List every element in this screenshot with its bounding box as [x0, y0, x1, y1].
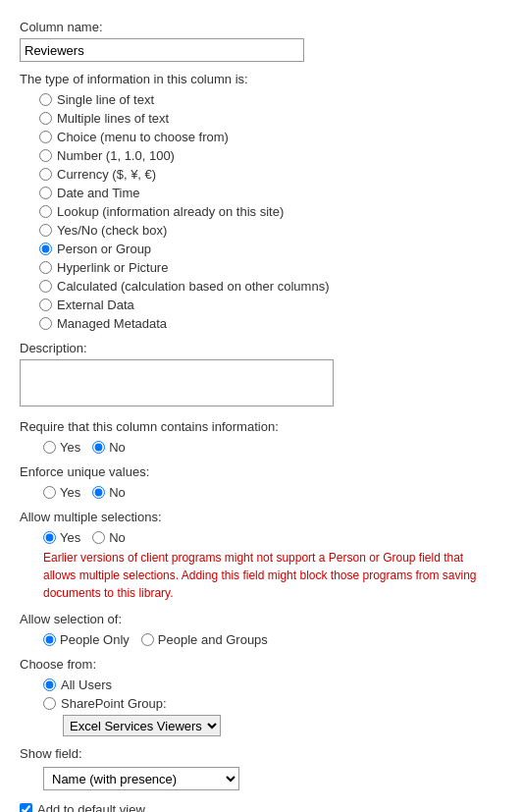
allow-selection-radio-group: People Only People and Groups: [20, 632, 503, 647]
show-field-dropdown[interactable]: Name (with presence)NameEmailDepartmentT…: [43, 767, 239, 790]
default-view-checkbox[interactable]: [20, 803, 32, 812]
enforce-no[interactable]: No: [92, 485, 126, 500]
type-label: The type of information in this column i…: [20, 72, 503, 86]
description-input[interactable]: [20, 359, 334, 406]
allow-selection-section: Allow selection of: People Only People a…: [20, 612, 503, 647]
enforce-unique-label: Enforce unique values:: [20, 464, 503, 479]
sharepoint-group-option[interactable]: SharePoint Group:: [43, 696, 503, 711]
type-option-multiple-lines[interactable]: Multiple lines of text: [39, 111, 503, 126]
type-option-yes-no[interactable]: Yes/No (check box): [39, 223, 503, 238]
type-radio-group: Single line of text Multiple lines of te…: [20, 92, 503, 331]
show-field-dropdown-container: Name (with presence)NameEmailDepartmentT…: [20, 767, 503, 790]
all-users-option[interactable]: All Users: [43, 677, 503, 692]
require-radio-group: Yes No: [20, 440, 503, 455]
type-section: The type of information in this column i…: [20, 72, 503, 331]
default-view-section: Add to default view: [20, 802, 503, 812]
description-section: Description:: [20, 341, 503, 409]
column-name-section: Column name:: [20, 20, 503, 62]
require-yes[interactable]: Yes: [43, 440, 80, 455]
type-option-lookup[interactable]: Lookup (information already on this site…: [39, 204, 503, 219]
sharepoint-group-dropdown[interactable]: Excel Services Viewers: [63, 715, 221, 736]
type-option-hyperlink[interactable]: Hyperlink or Picture: [39, 260, 503, 275]
multi-yes[interactable]: Yes: [43, 530, 80, 545]
multi-no[interactable]: No: [92, 530, 126, 545]
allow-multiple-label: Allow multiple selections:: [20, 510, 503, 524]
require-info-section: Require that this column contains inform…: [20, 419, 503, 455]
require-no[interactable]: No: [92, 440, 126, 455]
type-option-calculated[interactable]: Calculated (calculation based on other c…: [39, 279, 503, 294]
allow-selection-label: Allow selection of:: [20, 612, 503, 626]
allow-multiple-radio-group: Yes No: [20, 530, 503, 545]
choose-from-label: Choose from:: [20, 657, 503, 672]
type-option-single-line[interactable]: Single line of text: [39, 92, 503, 107]
type-option-person-group[interactable]: Person or Group: [39, 242, 503, 256]
people-and-groups[interactable]: People and Groups: [141, 632, 268, 647]
type-option-choice[interactable]: Choice (menu to choose from): [39, 130, 503, 144]
type-option-managed[interactable]: Managed Metadata: [39, 316, 503, 331]
enforce-unique-radio-group: Yes No: [20, 485, 503, 500]
allow-multiple-section: Allow multiple selections: Yes No Earlie…: [20, 510, 503, 602]
column-name-input[interactable]: [20, 38, 304, 62]
enforce-yes[interactable]: Yes: [43, 485, 80, 500]
enforce-unique-section: Enforce unique values: Yes No: [20, 464, 503, 500]
show-field-label: Show field:: [20, 746, 503, 761]
people-only[interactable]: People Only: [43, 632, 130, 647]
show-field-section: Show field: Name (with presence)NameEmai…: [20, 746, 503, 790]
default-view-checkbox-label[interactable]: Add to default view: [20, 802, 503, 812]
multiple-selections-warning: Earlier versions of client programs migh…: [20, 549, 491, 602]
type-option-date-time[interactable]: Date and Time: [39, 186, 503, 200]
sharepoint-group-dropdown-container: Excel Services Viewers: [43, 715, 503, 736]
choose-from-options: All Users SharePoint Group: Excel Servic…: [20, 677, 503, 736]
type-option-number[interactable]: Number (1, 1.0, 100): [39, 148, 503, 163]
type-option-external[interactable]: External Data: [39, 298, 503, 312]
choose-from-section: Choose from: All Users SharePoint Group:…: [20, 657, 503, 736]
type-option-currency[interactable]: Currency ($, ¥, €): [39, 167, 503, 182]
description-label: Description:: [20, 341, 503, 355]
column-name-label: Column name:: [20, 20, 503, 34]
require-info-label: Require that this column contains inform…: [20, 419, 503, 434]
